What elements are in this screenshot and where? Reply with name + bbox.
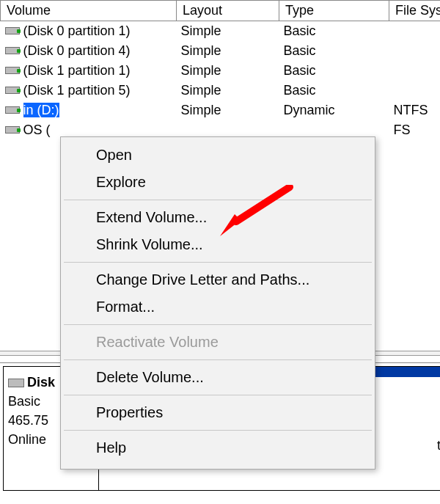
table-header-row: Volume Layout Type File Sys — [1, 1, 441, 21]
volume-label: OS ( — [23, 123, 51, 137]
menu-item-open[interactable]: Open — [61, 142, 375, 169]
cell-layout: Simple — [177, 21, 279, 42]
disk-title: Disk — [27, 375, 55, 390]
cell-fs — [389, 21, 441, 42]
cell-type: Basic — [279, 81, 389, 101]
table-row[interactable]: in (D:)SimpleDynamicNTFS — [1, 101, 441, 120]
menu-item-reactivate-volume: Reactivate Volume — [61, 329, 375, 356]
cell-type: Basic — [279, 61, 389, 81]
volume-label: in (D:) — [23, 103, 59, 117]
table-row[interactable]: (Disk 0 partition 4)SimpleBasic — [1, 41, 441, 61]
volume-icon — [5, 47, 20, 54]
volume-table: Volume Layout Type File Sys (Disk 0 part… — [0, 0, 440, 140]
menu-separator — [64, 324, 372, 325]
menu-item-delete-volume[interactable]: Delete Volume... — [61, 364, 375, 391]
disk-icon — [8, 379, 24, 387]
menu-item-format[interactable]: Format... — [61, 293, 375, 321]
col-volume[interactable]: Volume — [1, 1, 177, 21]
cell-fs: FS — [389, 120, 441, 140]
col-fs[interactable]: File Sys — [389, 1, 441, 21]
menu-separator — [64, 359, 372, 360]
volume-icon — [5, 67, 20, 74]
cell-fs — [389, 41, 441, 61]
cell-layout: Simple — [177, 41, 279, 61]
table-row[interactable]: (Disk 0 partition 1)SimpleBasic — [1, 21, 441, 42]
menu-separator — [64, 395, 372, 395]
volume-label: (Disk 1 partition 1) — [23, 63, 131, 78]
cell-layout: Simple — [177, 61, 279, 81]
menu-item-extend-volume[interactable]: Extend Volume... — [61, 204, 375, 231]
menu-item-shrink-volume[interactable]: Shrink Volume... — [61, 231, 375, 258]
cell-layout: Simple — [177, 81, 279, 101]
volume-icon — [5, 106, 20, 114]
menu-item-properties[interactable]: Properties — [61, 399, 375, 426]
cell-fs — [389, 61, 441, 81]
menu-item-help[interactable]: Help — [61, 434, 375, 461]
cell-type: Dynamic — [279, 101, 389, 120]
menu-item-explore[interactable]: Explore — [61, 169, 375, 196]
cell-fs — [389, 81, 441, 101]
volume-icon — [5, 87, 20, 94]
volume-icon — [5, 126, 20, 134]
menu-separator — [64, 430, 372, 431]
cell-fs: NTFS — [389, 101, 441, 120]
col-type[interactable]: Type — [279, 1, 389, 21]
volume-label: (Disk 0 partition 4) — [23, 43, 131, 58]
col-layout[interactable]: Layout — [177, 1, 279, 21]
table-row[interactable]: (Disk 1 partition 1)SimpleBasic — [1, 61, 441, 81]
volume-label: (Disk 1 partition 5) — [23, 83, 131, 98]
cell-layout: Simple — [177, 101, 279, 120]
volume-icon — [5, 27, 20, 34]
cell-type: Basic — [279, 21, 389, 42]
menu-separator — [64, 262, 372, 263]
volume-label: (Disk 0 partition 1) — [23, 23, 131, 38]
menu-separator — [64, 200, 372, 200]
table-row[interactable]: (Disk 1 partition 5)SimpleBasic — [1, 81, 441, 101]
cell-type: Basic — [279, 41, 389, 61]
menu-item-change-drive-letter-and-paths[interactable]: Change Drive Letter and Paths... — [61, 266, 375, 293]
volume-context-menu: OpenExploreExtend Volume...Shrink Volume… — [60, 136, 375, 470]
